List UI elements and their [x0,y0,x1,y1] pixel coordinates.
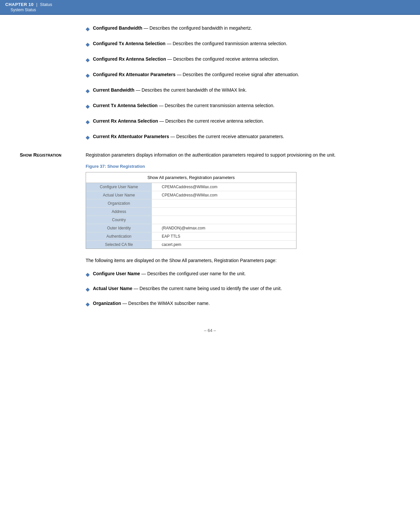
registration-table: Configure User Name CPEMACaddress@WiMax.… [86,183,296,249]
following-description: The following items are displayed on the… [86,257,400,264]
bullet-term: Configure User Name [93,271,140,276]
bullet-term: Configured Rx Attenuator Parameters [93,72,176,77]
table-cell-value: (RANDON)@wimax.com [152,224,296,232]
list-item: ◆ Configure User Name — Describes the co… [86,270,400,279]
table-cell-label: Actual User Name [86,191,152,199]
following-list: ◆ Configure User Name — Describes the co… [86,270,400,308]
bullet-icon: ◆ [86,41,90,48]
list-item: ◆ Configured Bandwidth — Describes the c… [86,25,400,33]
table-row: Authentication EAP TTLS [86,232,296,241]
figure-label: Figure 37: Show Registration [86,164,400,169]
table-row: Actual User Name CPEMACaddress@WiMax.com [86,191,296,199]
list-item: ◆ Current Rx Attentuator Parameters — De… [86,133,400,141]
table-cell-label: Outer Identity [86,224,152,232]
section-body: Registration parameters displays informa… [86,151,400,315]
table-row: Selected CA file cacert.pem [86,241,296,249]
table-cell-label: Country [86,216,152,224]
header-section: Status [40,2,52,7]
figure-title: Show All parameters, Registration parame… [86,172,296,183]
bullet-list: ◆ Configured Bandwidth — Describes the c… [86,25,400,141]
list-item: ◆ Configured Rx Antenna Selection — Desc… [86,56,400,64]
table-cell-label: Organization [86,199,152,208]
list-item: ◆ Configured Tx Antenna Selection — Desc… [86,40,400,48]
table-cell-label: Authentication [86,232,152,241]
bullet-icon: ◆ [86,72,90,79]
list-item: ◆ Configured Rx Attenuator Parameters — … [86,71,400,79]
table-cell-value: cacert.pem [152,241,296,249]
bullet-term: Current Rx Attentuator Parameters [93,134,169,139]
bullet-icon: ◆ [86,118,90,126]
table-row: Configure User Name CPEMACaddress@WiMax.… [86,183,296,191]
table-row: Country [86,216,296,224]
section-description: Registration parameters displays informa… [86,151,400,159]
table-cell-value [152,199,296,208]
table-cell-label: Address [86,208,152,216]
registration-figure: Show All parameters, Registration parame… [86,172,296,249]
show-registration-section: Show Registration Registration parameter… [20,151,400,315]
bullet-icon: ◆ [86,134,90,141]
header-subsection: System Status [5,8,52,12]
table-cell-label: Configure User Name [86,183,152,191]
bullet-term: Configured Rx Antenna Selection [93,56,166,62]
bullet-term: Configured Bandwidth [93,25,142,31]
bullet-icon: ◆ [86,271,90,279]
table-row: Organization [86,199,296,208]
bullet-term: Current Rx Antenna Selection [93,118,158,124]
list-item: ◆ Actual User Name — Describes the curre… [86,285,400,293]
table-cell-value: CPEMACaddress@WiMax.com [152,191,296,199]
bullet-icon: ◆ [86,285,90,293]
bullet-icon: ◆ [86,87,90,95]
page-number: – 64 – [20,328,400,340]
bullet-icon: ◆ [86,103,90,110]
page-header: CHAPTER 10 | Status System Status [0,0,420,15]
bullet-term: Current Bandwidth [93,87,134,93]
bullet-term: Actual User Name [93,286,132,291]
bullet-icon: ◆ [86,25,90,33]
header-separator: | [36,2,37,7]
table-cell-value [152,208,296,216]
bullet-icon: ◆ [86,56,90,64]
list-item: ◆ Current Tx Antenna Selection — Describ… [86,102,400,110]
table-row: Outer Identity (RANDON)@wimax.com [86,224,296,232]
bullet-term: Current Tx Antenna Selection [93,103,157,108]
bullet-term: Organization [93,301,121,306]
table-cell-label: Selected CA file [86,241,152,249]
table-row: Address [86,208,296,216]
table-cell-value: EAP TTLS [152,232,296,241]
section-label: Show Registration [20,151,86,158]
table-cell-value [152,216,296,224]
bullet-term: Configured Tx Antenna Selection [93,41,165,46]
list-item: ◆ Current Bandwidth — Describes the curr… [86,87,400,95]
chapter-label: CHAPTER 10 [5,2,34,7]
list-item: ◆ Organization — Describes the WiMAX sub… [86,300,400,308]
table-cell-value: CPEMACaddress@WiMax.com [152,183,296,191]
section-label-text: Show Registration [20,152,61,158]
bullet-icon: ◆ [86,300,90,308]
main-content: ◆ Configured Bandwidth — Describes the c… [0,15,420,353]
list-item: ◆ Current Rx Antenna Selection — Describ… [86,118,400,126]
